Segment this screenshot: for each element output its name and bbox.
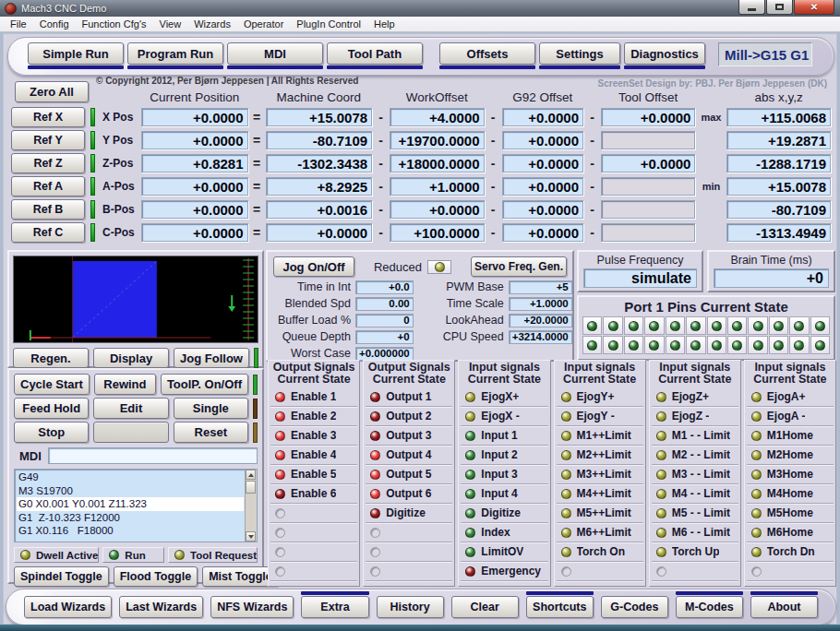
tab-button-settings[interactable]: Settings — [539, 42, 620, 65]
dro-g92-b-pos[interactable]: +0.0000 — [502, 200, 583, 219]
dro-machine-y-pos[interactable]: -80.7109 — [266, 131, 373, 149]
menu-plugin-control[interactable]: PlugIn Control — [290, 18, 367, 30]
dro-workoffset-x-pos[interactable]: +4.0000 — [390, 108, 484, 126]
nfs-wizards-button[interactable]: NFS Wizards — [210, 596, 294, 618]
dro-workoffset-z-pos[interactable]: +18000.0000 — [390, 154, 484, 173]
load-wizards-button[interactable]: Load Wizards — [24, 596, 112, 618]
scroll-down-icon[interactable] — [246, 531, 256, 542]
maximize-button[interactable] — [766, 0, 793, 15]
tab-button-diagnostics[interactable]: Diagnostics — [624, 42, 705, 65]
tab-underline — [439, 65, 535, 69]
dro-workoffset-y-pos[interactable]: +19700.0000 — [390, 131, 484, 149]
dro-workoffset-c-pos[interactable]: +100.0000 — [390, 223, 484, 242]
history-button[interactable]: History — [377, 596, 444, 618]
bottom-last-wizards: Last Wizards — [119, 591, 203, 618]
dro-machine-b-pos[interactable]: +0.0016 — [266, 200, 373, 219]
last-wizards-button[interactable]: Last Wizards — [119, 596, 203, 618]
rewind-button[interactable]: Rewind — [94, 374, 156, 395]
stop-button[interactable]: Stop — [14, 422, 89, 443]
dro-current-x-pos[interactable]: +0.0000 — [141, 108, 248, 126]
ref-button-ref-y[interactable]: Ref Y — [11, 130, 85, 150]
dro-machine-x-pos[interactable]: +15.0078 — [266, 108, 373, 126]
single-button[interactable]: Single — [174, 398, 248, 419]
dro-g92-a-pos[interactable]: +0.0000 — [502, 177, 583, 196]
ref-button-ref-a[interactable]: Ref A — [11, 176, 85, 196]
menu-wizards[interactable]: Wizards — [187, 18, 237, 30]
dro-abs-z-pos[interactable]: -1288.1719 — [726, 154, 831, 173]
edge-indicator-bar — [254, 348, 258, 368]
signal-m1-limit: M1 - - Limit — [652, 426, 738, 446]
servo-freq-gen-button[interactable]: Servo Freq. Gen. — [471, 256, 567, 277]
about-button[interactable]: About — [750, 596, 818, 618]
dro-tooloffset-b-pos[interactable] — [601, 200, 695, 219]
minimize-button[interactable] — [738, 0, 765, 15]
ref-button-ref-x[interactable]: Ref X — [11, 107, 85, 127]
menu-view[interactable]: View — [153, 18, 188, 30]
display-button[interactable]: Display — [93, 348, 169, 368]
dro-workoffset-a-pos[interactable]: +1.0000 — [390, 177, 484, 196]
shortcuts-button[interactable]: Shortcuts — [526, 596, 594, 618]
minus-sign: - — [374, 156, 388, 171]
tab-button-offsets[interactable]: Offsets — [439, 42, 535, 65]
gcode-list[interactable]: G49M3 S19700G0 X0.001 Y0.001 Z11.323G1 Z… — [14, 469, 258, 542]
clear-button[interactable]: Clear — [451, 596, 519, 618]
flood-toggle-button[interactable]: Flood Toggle — [114, 566, 198, 587]
jog-follow-button[interactable]: Jog Follow — [174, 348, 249, 368]
dro-machine-z-pos[interactable]: -1302.3438 — [266, 154, 373, 173]
menu-operator[interactable]: Operator — [237, 18, 290, 30]
menu-help[interactable]: Help — [367, 18, 402, 30]
dro-current-y-pos[interactable]: +0.0000 — [141, 131, 248, 149]
ref-button-ref-z[interactable]: Ref Z — [11, 153, 85, 173]
menu-file[interactable]: File — [4, 18, 33, 30]
reset-button[interactable]: Reset — [174, 422, 248, 443]
dro-current-c-pos[interactable]: +0.0000 — [141, 223, 248, 242]
dro-g92-c-pos[interactable]: +0.0000 — [502, 223, 583, 242]
port-pin-led — [712, 340, 722, 351]
extra-button[interactable]: Extra — [301, 596, 368, 618]
dro-tooloffset-x-pos[interactable]: +0.0000 — [601, 108, 695, 126]
dro-current-z-pos[interactable]: +0.8281 — [141, 154, 248, 173]
dro-tooloffset-c-pos[interactable] — [601, 223, 695, 242]
close-button[interactable]: ✕ — [794, 0, 834, 15]
dro-g92-z-pos[interactable]: +0.0000 — [502, 154, 583, 173]
gcode-scrollbar[interactable] — [245, 470, 257, 542]
scrollbar-thumb[interactable] — [246, 481, 256, 494]
scroll-up-icon[interactable] — [246, 470, 256, 480]
edit-button[interactable]: Edit — [93, 398, 168, 419]
tab-button-tool-path[interactable]: Tool Path — [327, 42, 423, 65]
dro-workoffset-b-pos[interactable]: +0.0000 — [390, 200, 484, 219]
dro-tooloffset-y-pos[interactable] — [601, 131, 695, 149]
spindel-toggle-button[interactable]: Spindel Toggle — [14, 566, 109, 587]
ref-button-ref-c[interactable]: Ref C — [11, 222, 85, 243]
dro-abs-c-pos[interactable]: -1313.4949 — [726, 223, 831, 242]
dro-g92-y-pos[interactable]: +0.0000 — [502, 131, 583, 149]
dro-abs-y-pos[interactable]: +19.2871 — [726, 131, 831, 149]
dro-current-a-pos[interactable]: +0.0000 — [141, 177, 248, 196]
cycle-start-button[interactable]: Cycle Start — [14, 374, 90, 395]
bottom-buttons: Load WizardsLast WizardsNFS WizardsExtra… — [24, 591, 818, 618]
regen-button[interactable]: Regen. — [13, 348, 89, 368]
tab-button-mdi[interactable]: MDI — [227, 42, 323, 65]
menu-config[interactable]: Config — [33, 18, 76, 30]
feed-hold-button[interactable]: Feed Hold — [14, 398, 89, 419]
jog-on-off-button[interactable]: Jog On/Off — [273, 256, 354, 277]
m-codes-button[interactable]: M-Codes — [676, 596, 743, 618]
tab-button-simple-run[interactable]: Simple Run — [28, 42, 124, 65]
toolpath-display[interactable] — [13, 256, 258, 343]
dro-current-b-pos[interactable]: +0.0000 — [141, 200, 248, 219]
tab-button-program-run[interactable]: Program Run — [127, 42, 223, 65]
dro-abs-b-pos[interactable]: -80.7109 — [726, 200, 831, 219]
ref-button-ref-b[interactable]: Ref B — [11, 199, 85, 220]
signal-label: M6 - - Limit — [672, 526, 730, 539]
dro-tooloffset-z-pos[interactable]: +0.0000 — [601, 154, 695, 173]
dro-machine-c-pos[interactable]: +0.0000 — [266, 223, 373, 242]
dro-machine-a-pos[interactable]: +8.2925 — [266, 177, 373, 196]
dro-abs-a-pos[interactable]: +15.0078 — [726, 177, 831, 196]
g-codes-button[interactable]: G-Codes — [601, 596, 668, 618]
dro-tooloffset-a-pos[interactable] — [601, 177, 695, 196]
mdi-input[interactable] — [48, 447, 258, 464]
dro-g92-x-pos[interactable]: +0.0000 — [502, 108, 583, 126]
menu-function-cfg-s[interactable]: Function Cfg's — [76, 18, 153, 30]
toolp-on-off-button[interactable]: ToolP. On/Off — [161, 374, 248, 395]
dro-abs-x-pos[interactable]: +115.0068 — [726, 108, 831, 126]
